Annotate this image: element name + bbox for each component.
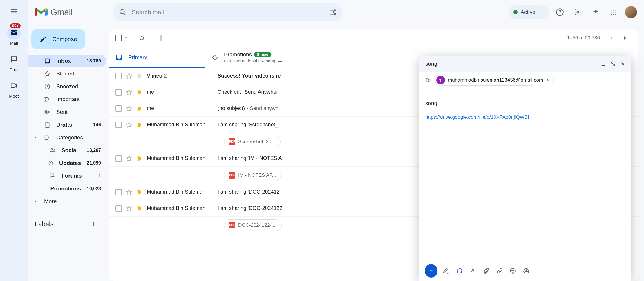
main-menu-button[interactable] (6, 3, 22, 19)
important-marker[interactable] (136, 73, 143, 79)
attachment-chip[interactable]: PDFIM - NOTES AF... (224, 170, 281, 181)
loading-indicator (455, 266, 464, 275)
compose-close-button[interactable] (620, 61, 625, 66)
sidebar-item-label: Forums (61, 173, 93, 179)
sidebar-item-label: Starred (56, 71, 95, 77)
rail-mail[interactable]: 99+ Mail (7, 26, 21, 46)
compose-button[interactable]: Compose (31, 29, 85, 49)
rail-chat[interactable]: Chat (7, 53, 21, 72)
attachment-chip[interactable]: PDFScreenshot_20... (224, 136, 281, 147)
svg-point-2 (334, 13, 335, 15)
send-options-button[interactable] (425, 268, 437, 273)
gear-icon (574, 8, 582, 16)
row-sender: Muhammad Bin Suleman (147, 205, 214, 211)
row-sender: Muhammad Bin Suleman (147, 122, 214, 128)
svg-point-26 (510, 268, 515, 273)
text-format-button[interactable] (468, 266, 477, 275)
select-all-checkbox[interactable] (115, 35, 129, 41)
sidebar-item-categories[interactable]: Categories (28, 131, 106, 144)
sidebar-item-promotions[interactable]: Promotions10,023 (28, 182, 106, 195)
important-icon (136, 189, 143, 195)
pdf-icon: PDF (229, 222, 235, 228)
tab-promotions[interactable]: Promotions 8 new Link International Exch… (205, 47, 327, 68)
send-button[interactable]: Send (425, 264, 437, 278)
signature-button[interactable] (442, 266, 451, 275)
prev-page-button[interactable] (605, 32, 617, 44)
star-button[interactable] (126, 189, 132, 195)
compose-fullscreen-button[interactable] (610, 61, 616, 66)
next-page-button[interactable] (619, 32, 631, 44)
star-button[interactable] (126, 205, 132, 212)
close-icon (620, 61, 625, 66)
sidebar-item-count: 18,789 (87, 58, 101, 64)
settings-button[interactable] (571, 5, 585, 19)
sidebar-item-starred[interactable]: Starred (28, 67, 106, 80)
svg-point-8 (615, 10, 616, 11)
add-label-button[interactable] (88, 218, 99, 230)
gemini-button[interactable] (589, 5, 603, 19)
sidebar-item-inbox[interactable]: Inbox18,789 (28, 55, 106, 67)
row-checkbox[interactable] (115, 189, 122, 195)
attachment-chip[interactable]: PDFDOC-20241224... (224, 219, 282, 231)
important-icon (44, 96, 50, 102)
row-checkbox[interactable] (115, 73, 122, 79)
svg-point-27 (512, 270, 512, 271)
star-button[interactable] (126, 155, 132, 162)
sidebar-item-social[interactable]: Social13,267 (28, 144, 106, 157)
recipient-chip[interactable]: m muhammadbinsuleman123456@gmail.com (435, 75, 554, 86)
category-icon (44, 134, 50, 141)
search-bar[interactable] (113, 3, 342, 21)
row-checkbox[interactable] (115, 205, 122, 212)
open-full-icon (610, 61, 616, 66)
account-avatar[interactable] (625, 6, 637, 18)
chevron-down-icon (429, 268, 434, 273)
sidebar-item-forums[interactable]: Forums1 (28, 170, 106, 182)
status-chip[interactable]: Active (508, 5, 549, 19)
search-options-icon[interactable] (329, 8, 337, 16)
important-marker[interactable] (136, 189, 143, 195)
sidebar-item-more[interactable]: More (28, 195, 106, 208)
attachment-name: Screenshot_20... (238, 139, 276, 145)
sidebar-item-count: 10,023 (87, 186, 101, 191)
support-button[interactable] (553, 5, 567, 19)
sidebar-item-count: 13,267 (87, 148, 101, 153)
more-vert-icon (158, 35, 164, 42)
row-checkbox[interactable] (115, 105, 122, 112)
star-button[interactable] (126, 89, 132, 96)
attach-file-button[interactable] (482, 266, 491, 275)
important-marker[interactable] (136, 205, 143, 212)
sidebar-item-drafts[interactable]: Drafts146 (28, 118, 106, 131)
more-button[interactable] (155, 32, 167, 44)
sidebar-item-updates[interactable]: Updates21,099 (28, 157, 106, 170)
compose-minimize-button[interactable] (600, 61, 606, 66)
row-checkbox[interactable] (115, 89, 122, 96)
row-subject: I am sharing 'DOC-202412 (218, 189, 280, 195)
gmail-logo[interactable]: Gmail (35, 7, 113, 17)
row-subject: I am sharing 'IM - NOTES A (218, 155, 282, 161)
refresh-button[interactable] (136, 32, 148, 44)
insert-link-button[interactable] (495, 266, 504, 275)
star-button[interactable] (126, 122, 132, 128)
rail-meet[interactable]: Meet (7, 79, 21, 98)
row-checkbox[interactable] (115, 155, 122, 162)
insert-emoji-button[interactable] (508, 266, 518, 275)
sidebar-item-label: Snoozed (56, 83, 95, 90)
tab-promotions-sub: Link International Exchang. — ... (224, 58, 287, 63)
row-subject: Check out "Send Anywher (218, 89, 278, 95)
remove-recipient-icon[interactable] (546, 78, 551, 82)
search-input[interactable] (132, 9, 324, 16)
compose-header[interactable]: song (419, 56, 631, 72)
important-marker[interactable] (136, 155, 143, 162)
important-marker[interactable] (136, 105, 143, 112)
row-checkbox[interactable] (115, 122, 122, 128)
star-icon (126, 89, 132, 96)
sidebar-item-snoozed[interactable]: Snoozed (28, 80, 106, 93)
star-button[interactable] (126, 105, 132, 112)
apps-button[interactable] (607, 5, 621, 19)
important-marker[interactable] (136, 122, 143, 128)
star-button[interactable] (126, 73, 132, 79)
important-marker[interactable] (136, 89, 143, 96)
sidebar-item-important[interactable]: Important (28, 93, 106, 106)
tab-primary[interactable]: Primary (109, 47, 205, 68)
sidebar-item-sent[interactable]: Sent (28, 106, 106, 118)
